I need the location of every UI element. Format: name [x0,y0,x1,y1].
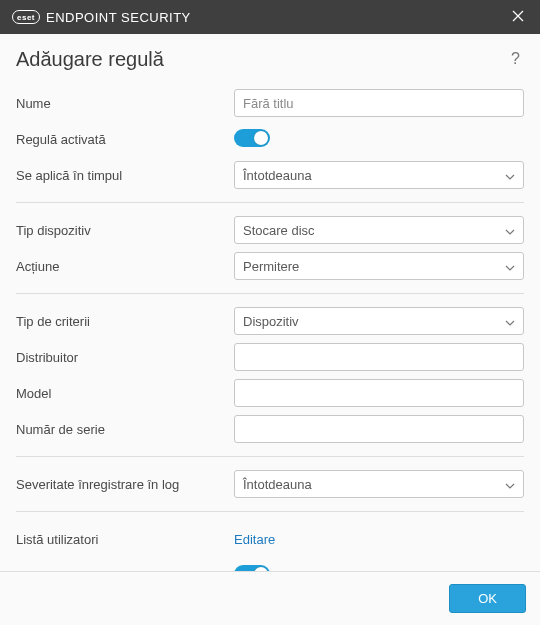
eset-logo-icon: eset [12,10,40,24]
page-title: Adăugare regulă [16,48,507,71]
close-button[interactable] [506,6,530,29]
notify-user-label: Notificare utilizator [16,568,234,572]
device-type-label: Tip dispozitiv [16,223,234,238]
serial-label: Număr de serie [16,422,234,437]
applies-during-value: Întotdeauna [243,168,505,183]
model-label: Model [16,386,234,401]
rule-enabled-label: Regulă activată [16,132,234,147]
footer: OK [0,571,540,625]
chevron-down-icon [505,168,515,183]
content-area: Adăugare regulă ? Nume Regulă activată S… [0,34,540,571]
toggle-knob [254,567,268,572]
divider [16,511,524,512]
action-select[interactable]: Permitere [234,252,524,280]
criteria-type-label: Tip de criterii [16,314,234,329]
criteria-type-select[interactable]: Dispozitiv [234,307,524,335]
product-name: ENDPOINT SECURITY [46,10,191,25]
vendor-label: Distribuitor [16,350,234,365]
log-severity-select[interactable]: Întotdeauna [234,470,524,498]
log-severity-value: Întotdeauna [243,477,505,492]
device-type-value: Stocare disc [243,223,505,238]
serial-input[interactable] [234,415,524,443]
divider [16,456,524,457]
chevron-down-icon [505,223,515,238]
notify-user-toggle[interactable] [234,565,270,572]
action-value: Permitere [243,259,505,274]
divider [16,202,524,203]
vendor-input[interactable] [234,343,524,371]
log-severity-label: Severitate înregistrare în log [16,477,234,492]
chevron-down-icon [505,314,515,329]
device-type-select[interactable]: Stocare disc [234,216,524,244]
rule-enabled-toggle[interactable] [234,129,270,147]
close-icon [512,10,524,22]
model-input[interactable] [234,379,524,407]
chevron-down-icon [505,477,515,492]
help-button[interactable]: ? [507,46,524,72]
dialog-header: Adăugare regulă ? [16,46,524,72]
applies-during-label: Se aplică în timpul [16,168,234,183]
user-list-label: Listă utilizatori [16,532,234,547]
criteria-type-value: Dispozitiv [243,314,505,329]
applies-during-select[interactable]: Întotdeauna [234,161,524,189]
chevron-down-icon [505,259,515,274]
name-label: Nume [16,96,234,111]
titlebar: eset ENDPOINT SECURITY [0,0,540,34]
ok-button[interactable]: OK [449,584,526,613]
brand: eset ENDPOINT SECURITY [12,10,506,25]
edit-user-list-link[interactable]: Editare [234,532,275,547]
action-label: Acțiune [16,259,234,274]
name-input[interactable] [234,89,524,117]
toggle-knob [254,131,268,145]
divider [16,293,524,294]
